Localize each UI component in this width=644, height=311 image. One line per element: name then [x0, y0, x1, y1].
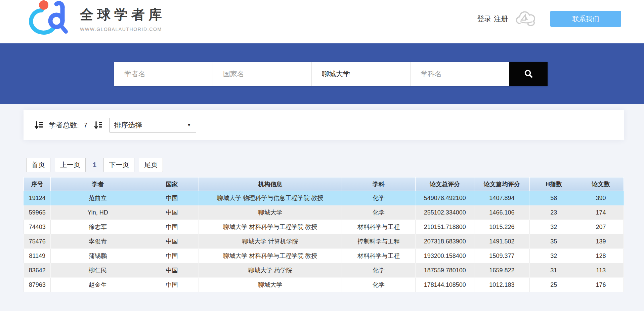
cell-institution: 聊城大学 [199, 278, 342, 292]
cell-seq: 75476 [24, 234, 51, 249]
contact-us-button[interactable]: 联系我们 [550, 11, 621, 27]
next-page-button[interactable]: 下一页 [103, 158, 134, 172]
cell-total-score: 255102.334000 [416, 205, 474, 220]
cell-discipline: 化学 [342, 205, 416, 220]
col-header-scholar: 学者 [51, 178, 145, 191]
main-content: 学者总数: 7 排序选择 ▼ 首页 上一页 1 下一页 尾页 序号 [0, 104, 644, 292]
cloud-sail-icon [515, 10, 538, 28]
current-page-number: 1 [93, 161, 96, 169]
col-header-country: 国家 [145, 178, 199, 191]
cell-total-score: 178144.108500 [416, 278, 474, 292]
table-row[interactable]: 19124 范曲立 中国 聊城大学 物理科学与信息工程学院 教授 化学 5490… [24, 191, 624, 205]
table-row[interactable]: 75476 李俊青 中国 聊城大学 计算机学院 控制科学与工程 207318.6… [24, 234, 624, 249]
sort-toolbar: 学者总数: 7 排序选择 ▼ [24, 110, 624, 140]
cell-h-index: 31 [529, 263, 578, 278]
cell-seq: 59965 [24, 205, 51, 220]
sort-amount-icon [34, 121, 43, 130]
search-bar [114, 62, 548, 86]
cell-seq: 81149 [24, 249, 51, 263]
cell-scholar: 徐志军 [51, 220, 145, 234]
cell-total-score: 549078.492100 [416, 191, 474, 205]
cell-discipline: 化学 [342, 278, 416, 292]
header-actions: 登录 注册 联系我们 [477, 10, 621, 28]
sort-amount-icon [94, 121, 103, 130]
cell-paper-count: 390 [578, 191, 624, 205]
total-scholars-value: 7 [84, 121, 88, 129]
cell-scholar: 柳仁民 [51, 263, 145, 278]
globalauthorid-logo-icon [28, 0, 71, 37]
cell-institution: 聊城大学 物理科学与信息工程学院 教授 [199, 191, 342, 205]
pagination: 首页 上一页 1 下一页 尾页 [26, 158, 644, 172]
cell-h-index: 32 [529, 249, 578, 263]
institution-input[interactable] [312, 62, 411, 86]
country-name-input[interactable] [213, 62, 312, 86]
site-title: 全球学者库 [80, 5, 166, 24]
cell-scholar: 李俊青 [51, 234, 145, 249]
login-link[interactable]: 登录 [477, 14, 491, 24]
cell-country: 中国 [145, 263, 199, 278]
col-header-h-index: H指数 [529, 178, 578, 191]
cell-scholar: Yin, HD [51, 205, 145, 220]
search-icon [523, 69, 533, 79]
cell-avg-score: 1012.183 [474, 278, 529, 292]
col-header-seq: 序号 [24, 178, 51, 191]
col-header-institution: 机构信息 [199, 178, 342, 191]
cell-seq: 83642 [24, 263, 51, 278]
cell-scholar: 范曲立 [51, 191, 145, 205]
cell-country: 中国 [145, 249, 199, 263]
cell-paper-count: 176 [578, 278, 624, 292]
auth-links: 登录 注册 [477, 14, 508, 24]
scholar-name-input[interactable] [114, 62, 213, 86]
col-header-paper-count: 论文数 [578, 178, 624, 191]
cell-paper-count: 207 [578, 220, 624, 234]
cell-country: 中国 [145, 278, 199, 292]
table-header-row: 序号 学者 国家 机构信息 学科 论文总评分 论文篇均评分 H指数 论文数 [24, 178, 624, 191]
cell-avg-score: 1509.377 [474, 249, 529, 263]
register-link[interactable]: 注册 [494, 14, 508, 24]
cell-country: 中国 [145, 220, 199, 234]
cell-discipline: 化学 [342, 263, 416, 278]
cell-avg-score: 1659.822 [474, 263, 529, 278]
cell-paper-count: 174 [578, 205, 624, 220]
cell-paper-count: 128 [578, 249, 624, 263]
sort-select-value: 排序选择 [114, 120, 142, 130]
cell-avg-score: 1407.894 [474, 191, 529, 205]
cell-discipline: 材料科学与工程 [342, 249, 416, 263]
table-row[interactable]: 59965 Yin, HD 中国 聊城大学 化学 255102.334000 1… [24, 205, 624, 220]
cell-h-index: 23 [529, 205, 578, 220]
col-header-total-score: 论文总评分 [416, 178, 474, 191]
cell-institution: 聊城大学 药学院 [199, 263, 342, 278]
cell-total-score: 193200.158400 [416, 249, 474, 263]
chevron-down-icon: ▼ [187, 123, 191, 127]
cell-paper-count: 113 [578, 263, 624, 278]
cell-scholar: 赵金生 [51, 278, 145, 292]
table-row[interactable]: 74403 徐志军 中国 聊城大学 材料科学与工程学院 教授 材料科学与工程 2… [24, 220, 624, 234]
brand-logo[interactable]: 全球学者库 WWW.GLOBALAUTHORID.COM [28, 0, 166, 37]
cell-seq: 19124 [24, 191, 51, 205]
cell-total-score: 210151.718800 [416, 220, 474, 234]
cell-seq: 74403 [24, 220, 51, 234]
last-page-button[interactable]: 尾页 [139, 158, 163, 172]
search-button[interactable] [509, 62, 548, 86]
cell-total-score: 187559.780100 [416, 263, 474, 278]
cell-h-index: 58 [529, 191, 578, 205]
table-row[interactable]: 83642 柳仁民 中国 聊城大学 药学院 化学 187559.780100 1… [24, 263, 624, 278]
cell-institution: 聊城大学 [199, 205, 342, 220]
discipline-input[interactable] [411, 62, 509, 86]
cell-institution: 聊城大学 材料科学与工程学院 教授 [199, 220, 342, 234]
table-row[interactable]: 87963 赵金生 中国 聊城大学 化学 178144.108500 1012.… [24, 278, 624, 292]
prev-page-button[interactable]: 上一页 [55, 158, 86, 172]
cell-paper-count: 139 [578, 234, 624, 249]
brand-text: 全球学者库 WWW.GLOBALAUTHORID.COM [80, 5, 166, 32]
cell-country: 中国 [145, 191, 199, 205]
table-row[interactable]: 81149 蒲锡鹏 中国 聊城大学 材料科学与工程学院 教授 材料科学与工程 1… [24, 249, 624, 263]
cell-avg-score: 1491.502 [474, 234, 529, 249]
cell-country: 中国 [145, 234, 199, 249]
cell-h-index: 35 [529, 234, 578, 249]
cell-h-index: 32 [529, 220, 578, 234]
sort-select-dropdown[interactable]: 排序选择 ▼ [110, 118, 196, 132]
site-url: WWW.GLOBALAUTHORID.COM [80, 27, 166, 32]
first-page-button[interactable]: 首页 [26, 158, 50, 172]
top-header: 全球学者库 WWW.GLOBALAUTHORID.COM 登录 注册 联系我们 [0, 0, 644, 43]
cell-institution: 聊城大学 计算机学院 [199, 234, 342, 249]
